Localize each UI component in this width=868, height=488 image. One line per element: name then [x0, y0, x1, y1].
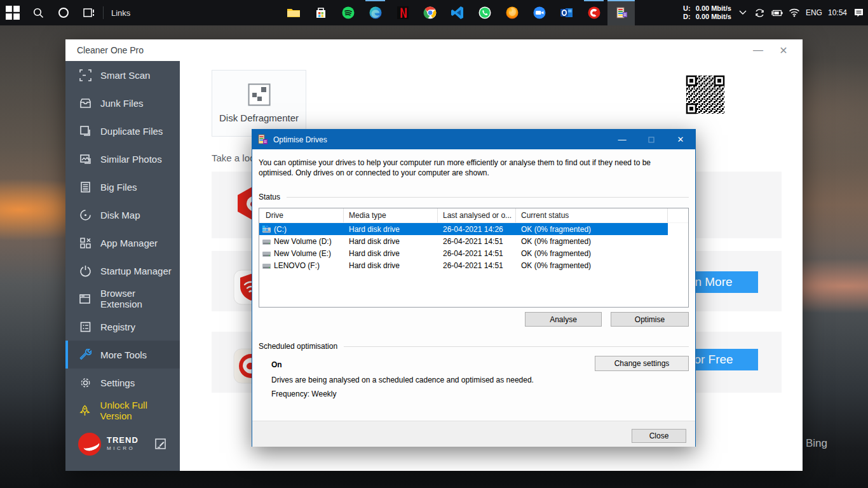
dialog-minimize-button[interactable]: —	[607, 130, 637, 149]
taskbar-zoom[interactable]	[526, 0, 553, 25]
sidebar-item-settings[interactable]: Settings	[65, 369, 180, 396]
dialog-maximize-button[interactable]	[637, 130, 666, 149]
dialog-titlebar[interactable]: Optimise Drives — ✕	[252, 130, 695, 149]
browser-extension-icon	[79, 292, 92, 305]
sidebar-item-disk-map[interactable]: Disk Map	[65, 201, 180, 229]
taskbar-chrome[interactable]	[416, 0, 444, 25]
taskbar-netflix[interactable]	[389, 0, 416, 25]
sidebar-item-similar-photos[interactable]: Similar Photos	[65, 145, 180, 173]
column-header-blank	[668, 208, 688, 222]
table-row[interactable]: LENOVO (F:) Hard disk drive 26-04-2021 1…	[259, 259, 688, 271]
sync-status-button[interactable]	[754, 7, 766, 18]
dialog-close-button[interactable]: ✕	[666, 130, 695, 149]
section-divider	[344, 346, 689, 347]
sidebar-item-unlock-full-version[interactable]: Unlock Full Version	[65, 396, 180, 424]
netflix-icon	[396, 6, 410, 20]
whatsapp-icon	[478, 6, 492, 20]
sidebar-item-browser-extension[interactable]: Browser Extension	[65, 285, 180, 313]
app-minimize-button[interactable]: —	[745, 41, 771, 59]
task-view-icon	[83, 7, 95, 18]
app-titlebar[interactable]: Cleaner One Pro — ✕	[65, 39, 803, 61]
optimise-button[interactable]: Optimise	[611, 312, 689, 327]
taskbar-trend-micro[interactable]	[580, 0, 607, 25]
optimise-drives-dialog: Optimise Drives — ✕ You can optimise you…	[252, 129, 696, 447]
taskbar-edge[interactable]	[362, 0, 389, 25]
sidebar-item-big-files[interactable]: Big Files	[65, 173, 180, 201]
upload-label: U:	[683, 4, 691, 13]
drive-icon	[262, 249, 271, 257]
sidebar-item-label: Settings	[100, 377, 135, 388]
analyse-button[interactable]: Analyse	[525, 312, 602, 327]
search-icon	[33, 8, 44, 18]
scheduled-state: On	[271, 360, 282, 369]
sidebar-item-label: Disk Map	[100, 210, 140, 220]
sidebar-item-more-tools[interactable]: More Tools	[65, 341, 180, 369]
task-view-button[interactable]	[76, 0, 102, 25]
qr-code	[685, 74, 726, 115]
row-media-type: Hard disk drive	[344, 247, 438, 259]
trend-micro-icon	[587, 6, 601, 20]
close-button[interactable]: Close	[632, 429, 686, 443]
battery-button[interactable]	[771, 7, 783, 18]
disk-defragmenter-tile[interactable]: Disk Defragmenter	[212, 70, 306, 137]
net-speed-monitor[interactable]: U: 0.00 Mbit/s D: 0.00 Mbit/s	[683, 4, 731, 21]
drive-icon	[262, 261, 271, 269]
links-toolbar[interactable]: Links	[105, 0, 137, 25]
dialog-footer	[252, 421, 695, 447]
feedback-icon[interactable]	[154, 438, 167, 451]
table-row[interactable]: New Volume (E:) Hard disk drive 26-04-20…	[259, 247, 688, 259]
sidebar-item-registry[interactable]: Registry	[65, 313, 180, 341]
app-title: Cleaner One Pro	[77, 45, 144, 55]
junk-files-icon	[79, 97, 92, 109]
search-button[interactable]	[25, 0, 51, 25]
intro-text: Take a loo	[212, 152, 255, 163]
action-center-button[interactable]	[853, 7, 864, 18]
notification-icon	[853, 8, 864, 18]
row-drive: (C:)	[274, 225, 287, 234]
column-header-drive[interactable]: Drive	[259, 208, 344, 222]
cortana-icon	[58, 7, 69, 18]
dialog-window-controls: — ✕	[607, 130, 695, 149]
start-button[interactable]	[0, 0, 25, 25]
taskbar-vscode[interactable]	[444, 0, 471, 25]
taskbar-spotify[interactable]	[334, 0, 362, 25]
taskbar-outlook[interactable]	[553, 0, 580, 25]
taskbar-disk-defragmenter[interactable]	[607, 0, 635, 25]
clock[interactable]: 10:54	[828, 8, 847, 17]
column-header-media-type[interactable]: Media type	[344, 208, 438, 222]
dialog-title: Optimise Drives	[273, 135, 327, 144]
column-header-current-status[interactable]: Current status	[516, 208, 668, 222]
sidebar-item-app-manager[interactable]: App Manager	[65, 229, 180, 257]
change-settings-button[interactable]: Change settings	[595, 356, 689, 371]
table-row[interactable]: New Volume (D:) Hard disk drive 26-04-20…	[259, 235, 688, 247]
app-close-button[interactable]: ✕	[771, 41, 796, 59]
taskbar-microsoft-store[interactable]	[307, 0, 334, 25]
table-row[interactable]: (C:) Hard disk drive 26-04-2021 14:26 OK…	[259, 223, 688, 235]
show-hidden-icons-button[interactable]	[737, 7, 749, 18]
cortana-button[interactable]	[51, 0, 76, 25]
scheduled-section-label: Scheduled optimisation	[259, 342, 337, 351]
trend-micro-logo	[78, 433, 101, 456]
taskbar-whatsapp[interactable]	[471, 0, 498, 25]
sidebar-item-smart-scan[interactable]: Smart Scan	[65, 61, 180, 89]
tile-label: Disk Defragmenter	[219, 112, 299, 123]
sidebar-item-startup-manager[interactable]: Startup Manager	[65, 257, 180, 285]
column-header-last-analysed[interactable]: Last analysed or o...	[438, 208, 516, 222]
microsoft-store-icon	[314, 6, 328, 20]
row-media-type: Hard disk drive	[344, 223, 438, 235]
sidebar-item-junk-files[interactable]: Junk Files	[65, 89, 180, 117]
taskbar-firefox[interactable]	[498, 0, 526, 25]
spotify-icon	[341, 6, 355, 20]
status-section-label: Status	[259, 193, 280, 201]
row-current-status: OK (0% fragmented)	[516, 235, 668, 247]
taskbar: Links	[0, 0, 868, 25]
brand-text: TREND MICRO	[107, 436, 139, 452]
rocket-icon	[79, 404, 92, 417]
taskbar-file-explorer[interactable]	[280, 0, 307, 25]
sidebar-item-label: Big Files	[100, 182, 137, 193]
row-drive: LENOVO (F:)	[274, 261, 320, 270]
language-indicator[interactable]: ENG	[806, 8, 822, 17]
wifi-button[interactable]	[789, 7, 800, 18]
sidebar-item-duplicate-files[interactable]: Duplicate Files	[65, 117, 180, 145]
row-drive: New Volume (E:)	[274, 249, 331, 258]
